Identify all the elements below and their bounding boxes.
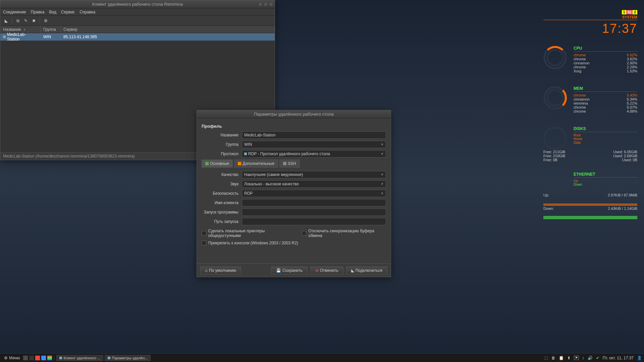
menu-help[interactable]: Справка [79,10,95,14]
quality-combo[interactable]: Наилучшее (самое медленное)▼ [242,171,386,178]
delete-icon[interactable]: ✖ [30,17,38,24]
tray-trash-icon[interactable]: 🗑 [551,356,555,360]
tray-user-icon[interactable]: 👤 [637,356,642,360]
mem-block: MEM chrome5.43%cinnamon5.34%remmina5.21%… [543,86,637,116]
row-server: 85.113.41.148:385 [61,35,100,39]
tab-basic-icon [205,162,209,165]
default-button[interactable]: ⎌По умолчанию [200,266,241,275]
dialog-titlebar[interactable]: Параметры удалённого рабочего стола [197,110,391,118]
process-row: cinnamon2.80% [574,61,637,65]
remmina-icon [59,357,62,359]
tray-network-icon[interactable]: ↕ [582,356,584,360]
menu-service[interactable]: Сервис [61,10,75,14]
tab-ssh[interactable]: SSH [279,160,300,168]
row-group: WIN [41,35,61,39]
start-menu-button[interactable]: ⚙ Меню [2,356,22,360]
sound-label: Звук [202,182,238,186]
rdp-icon [3,36,6,38]
disks-title: DISKS [574,126,637,132]
disable-clipboard-checkbox[interactable] [302,231,307,236]
tray-workspace-icon[interactable]: ⬚ [544,356,548,360]
tray-clock[interactable]: Пт. окт. 11, 17:37 [603,356,634,360]
system-monitor-widget: 1512 SYSTEM 17:37 CPU chrome6.62%chrome3… [543,10,637,220]
process-row: Xorg1.53% [574,69,637,73]
tray-volume-icon[interactable]: 🔊 [588,356,593,360]
process-row: remmina5.21% [574,101,637,105]
connect-button[interactable]: ◣Подключиться [346,266,387,275]
share-printers-checkbox[interactable] [202,231,206,236]
tab-basic[interactable]: Основные [202,160,233,168]
pin-chrome-icon[interactable] [47,356,52,360]
process-row: chrome6.62% [574,53,637,57]
cancel-icon: ⊘ [315,268,319,273]
chevron-down-icon: ▼ [381,152,384,156]
cancel-button[interactable]: ⊘Отменить [310,266,343,275]
mem-title: MEM [574,86,637,92]
maximize-button[interactable] [264,3,267,6]
col-name[interactable]: Название ▲ [0,26,41,33]
save-button[interactable]: 💾Сохранить [271,266,308,275]
tab-ssh-icon [283,162,286,165]
chevron-down-icon: ▼ [381,192,384,195]
name-input[interactable] [242,131,386,139]
tab-advanced[interactable]: Дополнительные [234,160,278,168]
mem-ring2-icon [547,89,564,106]
menubar: Соединение Правка Вид Сервис Справка [0,8,275,16]
startup-program-input[interactable] [242,208,386,216]
connect-icon[interactable]: ◣ [2,17,10,24]
menu-edit[interactable]: Правка [31,10,45,14]
disk-root-label: Root [574,133,637,137]
up-graph [543,198,637,206]
remote-desktop-settings-dialog: Параметры удалённого рабочего стола Проф… [197,110,391,277]
attach-console-checkbox[interactable] [202,241,206,245]
process-row: cinnamon5.34% [574,97,637,101]
eth-ring-icon [543,172,567,195]
copy-icon[interactable]: ⧉ [14,17,21,24]
window-title: Клиент удалённого рабочего стола Remmina [92,2,183,7]
disable-clipboard-label: Отключить синхронизацию буфера обмена [308,229,386,238]
disk-line: Free: 210GiBUsed: 2.68GiB [543,154,637,158]
client-name-label: Имя клиента [202,200,238,205]
protocol-combo[interactable]: RDP - Протокол удалённого рабочего стола… [242,150,386,158]
attach-console-label: Прикрепить к консоли (Windows 2003 / 200… [208,241,298,245]
tray-keyboard-icon[interactable]: ⚑ [574,356,579,360]
rdp-protocol-icon [244,153,247,155]
quality-label: Качество [202,172,238,177]
plugin-icon[interactable]: ⚙ [42,17,49,24]
table-row[interactable]: MedicLab-Station WIN 85.113.41.148:385 [0,33,275,41]
connect-icon: ◣ [351,268,354,273]
down-graph [543,211,637,219]
tray-update-icon[interactable]: ⬆ [567,356,571,360]
col-server[interactable]: Сервер [61,26,275,33]
startup-path-input[interactable] [242,218,386,225]
eth-up-label: Up [574,179,637,183]
menu-connection[interactable]: Соединение [3,10,26,14]
share-printers-label: Сделать локальные принтеры общедоступным… [208,229,295,238]
menu-view[interactable]: Вид [49,10,56,14]
pin-app-icon[interactable] [41,356,46,360]
clock-widget: 17:37 [543,21,637,36]
pin-firefox-icon[interactable] [35,356,40,360]
pin-files-icon[interactable] [23,356,28,360]
save-icon: 💾 [276,268,281,273]
edit-icon[interactable]: ✎ [22,17,30,24]
close-button[interactable] [269,3,273,6]
ethernet-block: ETHERNET Up Down Up:2.97KiB / 67.9MiB Do… [543,172,637,219]
titlebar[interactable]: Клиент удалённого рабочего стола Remmina [0,0,275,8]
process-row: chrome2.29% [574,65,637,69]
tray-shield-icon[interactable]: ✔ [596,356,599,360]
group-label: Группа [202,142,238,147]
pin-terminal-icon[interactable] [29,356,34,360]
cpu-ring2-icon [547,49,564,66]
col-group[interactable]: Группа [41,26,61,33]
settings-tabs: Основные Дополнительные SSH [202,160,386,168]
group-combo[interactable]: WIN▼ [242,141,386,148]
taskbar-item-settings[interactable]: Параметры удалён... [105,355,151,361]
minimize-button[interactable] [259,3,262,6]
sound-combo[interactable]: Локально - высокое качество▼ [242,180,386,188]
client-name-input[interactable] [242,199,386,206]
tray-clipboard-icon[interactable]: 📋 [559,356,564,360]
process-row: chrome4.88% [574,109,637,113]
taskbar-item-remmina[interactable]: Клиент удалённого ... [56,355,103,361]
security-combo[interactable]: RDP▼ [242,190,386,197]
